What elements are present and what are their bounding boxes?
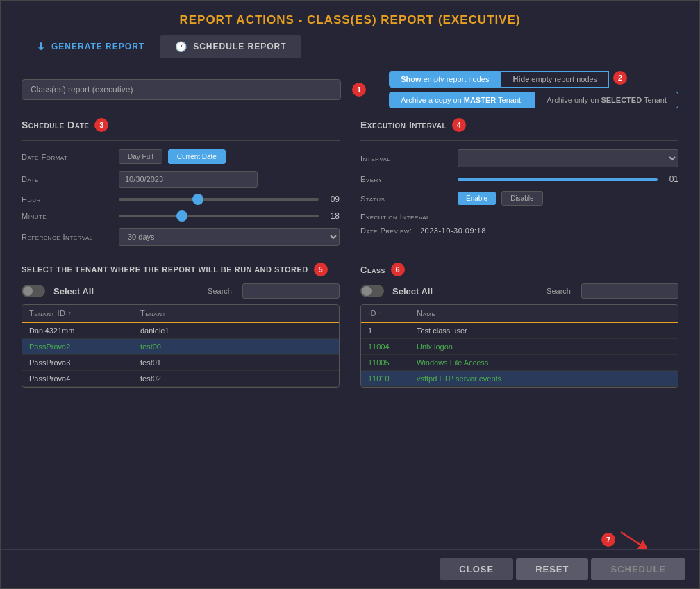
- table-row[interactable]: PassProva2 test00: [22, 339, 339, 355]
- class-search-label: Search:: [547, 287, 573, 295]
- report-name-row: 1 Show empty report nodes Hide empty rep…: [22, 71, 678, 108]
- class-section: Class 6 Select All Search: ID ↑: [360, 263, 678, 388]
- page-title: Report Actions - Class(es) report (Execu…: [1, 1, 699, 35]
- reference-interval-row: Reference Interval 30 days 7 days 1 day: [22, 228, 340, 246]
- schedule-date-title: Schedule Date 3: [22, 118, 340, 132]
- footer-buttons: CLOSE RESET SCHEDULE: [1, 549, 699, 588]
- badge-2: 2: [613, 71, 627, 85]
- schedule-button[interactable]: SCHEDULE: [591, 558, 685, 580]
- current-date-btn[interactable]: Current Date: [168, 149, 226, 164]
- badge-5: 5: [314, 263, 328, 276]
- class-name-col-header: Name: [410, 305, 678, 322]
- minute-row: Minute 18: [22, 211, 340, 221]
- table-row[interactable]: Dani4321mm daniele1: [22, 323, 339, 339]
- tab-generate-report[interactable]: ⬇ GENERATE REPORT: [22, 35, 160, 58]
- two-col-section: Schedule Date 3 Date Format Day Full Cur…: [22, 118, 678, 253]
- schedule-date-col: Schedule Date 3 Date Format Day Full Cur…: [22, 118, 340, 253]
- every-row: Every 01: [360, 174, 678, 184]
- close-button[interactable]: CLOSE: [440, 558, 513, 580]
- reset-button[interactable]: RESET: [516, 558, 588, 580]
- hide-empty-nodes-btn[interactable]: Hide empty report nodes: [501, 71, 609, 88]
- tab-schedule-report[interactable]: 🕐 SCHEDULE REPORT: [160, 35, 301, 58]
- class-select-all-label: Select All: [392, 286, 433, 297]
- sort-arrow-icon: ↑: [379, 310, 383, 317]
- class-table: ID ↑ Name 1 Test class user 11004 Unix l…: [360, 304, 678, 388]
- clock-icon: 🕐: [175, 41, 188, 52]
- badge7-arrow: 7: [601, 529, 647, 550]
- exec-interval-label: Execution Interval:: [360, 213, 678, 221]
- class-section-title: Class 6: [360, 263, 678, 276]
- tenant-section: Select the Tenant Where the Report Will …: [22, 263, 340, 388]
- badge-7: 7: [601, 533, 615, 547]
- toggle-buttons-group: Show empty report nodes Hide empty repor…: [389, 71, 678, 108]
- hour-row: Hour 09: [22, 194, 340, 204]
- tenant-select-all-row: Select All Search:: [22, 283, 340, 299]
- class-table-header: ID ↑ Name: [361, 305, 678, 323]
- tenant-search-input[interactable]: [242, 283, 340, 299]
- reference-interval-select[interactable]: 30 days 7 days 1 day: [119, 228, 340, 246]
- report-name-input[interactable]: [22, 79, 341, 100]
- tenant-table: Tenant ID ↑ Tenant Dani4321mm daniele1 P…: [22, 304, 340, 388]
- badge-4: 4: [452, 118, 466, 132]
- table-row[interactable]: 1 Test class user: [361, 323, 678, 339]
- day-full-btn[interactable]: Day Full: [119, 149, 162, 164]
- badge-1: 1: [352, 83, 366, 97]
- empty-nodes-toggle-row: Show empty report nodes Hide empty repor…: [389, 71, 678, 88]
- minute-slider[interactable]: [119, 215, 319, 217]
- hour-slider[interactable]: [119, 198, 319, 201]
- interval-row: Interval: [360, 149, 678, 167]
- interval-select[interactable]: [458, 149, 678, 167]
- date-preview-value: 2023-10-30 09:18: [420, 226, 486, 235]
- tenant-id-col-header: Tenant ID ↑: [22, 305, 133, 322]
- table-row[interactable]: 11004 Unix logon: [361, 339, 678, 355]
- tenant-select-all-label: Select All: [53, 286, 94, 297]
- archive-toggle-row: Archive a copy on MASTER Tenant. Archive…: [389, 92, 678, 108]
- tenant-col-header: Tenant: [133, 305, 339, 322]
- archive-master-btn[interactable]: Archive a copy on MASTER Tenant.: [389, 92, 535, 108]
- svg-line-1: [621, 532, 644, 547]
- tenant-section-title: Select the Tenant Where the Report Will …: [22, 263, 340, 276]
- class-select-all-row: Select All Search:: [360, 283, 678, 299]
- every-track: [458, 178, 658, 181]
- tables-section: Select the Tenant Where the Report Will …: [22, 263, 678, 388]
- tabs-row: ⬇ GENERATE REPORT 🕐 SCHEDULE REPORT: [1, 35, 699, 58]
- table-row[interactable]: PassProva3 test01: [22, 355, 339, 371]
- tenant-select-all-toggle[interactable]: [22, 285, 45, 297]
- execution-interval-col: Execution Interval 4 Interval Every: [360, 118, 678, 253]
- show-empty-nodes-btn[interactable]: Show empty report nodes: [389, 71, 501, 88]
- arrow-icon: [619, 529, 647, 550]
- class-select-all-toggle[interactable]: [360, 285, 384, 297]
- status-row: Status Enable Disable: [360, 191, 678, 206]
- class-id-col-header: ID ↑: [361, 305, 410, 322]
- class-search-input[interactable]: [581, 283, 678, 299]
- minute-value: 18: [324, 211, 340, 221]
- table-row[interactable]: PassProva4 test02: [22, 371, 339, 387]
- badge-6: 6: [391, 263, 405, 276]
- table-row[interactable]: 11010 vsftpd FTP server events: [361, 371, 678, 387]
- sort-arrow-icon: ↑: [68, 310, 72, 317]
- main-container: Report Actions - Class(es) report (Execu…: [0, 0, 700, 589]
- badge-3: 3: [94, 118, 108, 132]
- archive-selected-btn[interactable]: Archive only on SELECTED Tenant: [535, 92, 678, 108]
- table-row[interactable]: 11005 Windows File Access: [361, 355, 678, 371]
- content-area: 1 Show empty report nodes Hide empty rep…: [1, 71, 699, 388]
- every-value: 01: [663, 174, 678, 184]
- date-format-row: Date Format Day Full Current Date: [22, 149, 340, 164]
- hour-value: 09: [324, 194, 340, 204]
- date-preview-row: Date Preview: 2023-10-30 09:18: [360, 226, 678, 235]
- enable-btn[interactable]: Enable: [458, 192, 496, 205]
- execution-interval-title: Execution Interval 4: [360, 118, 678, 132]
- date-row: Date: [22, 171, 340, 188]
- date-input[interactable]: [119, 171, 258, 188]
- download-icon: ⬇: [37, 41, 46, 52]
- tenant-search-label: Search:: [208, 287, 234, 295]
- tenant-table-header: Tenant ID ↑ Tenant: [22, 305, 339, 323]
- disable-btn[interactable]: Disable: [501, 191, 542, 206]
